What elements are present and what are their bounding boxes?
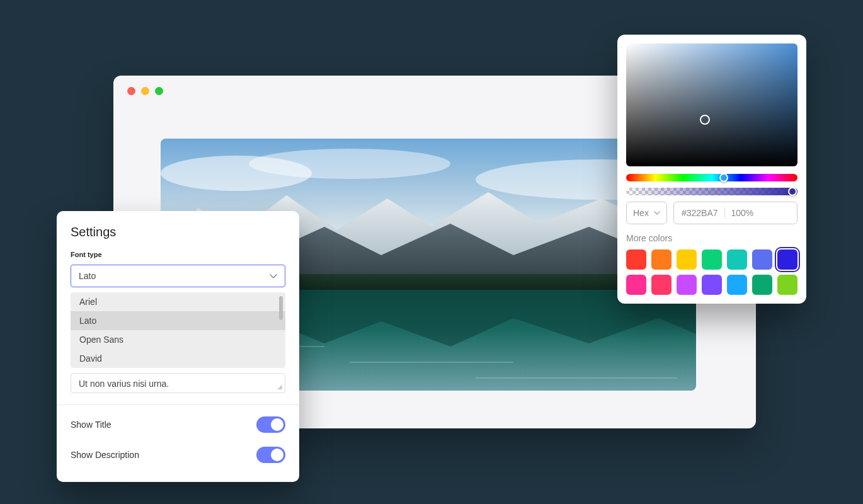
font-dropdown-list: Ariel Lato Open Sans David [71,292,285,368]
format-select-value: Hex [633,208,649,218]
show-description-label: Show Description [71,450,139,460]
window-close-dot[interactable] [127,87,135,95]
textarea-value: Ut non varius nisi urna. [79,379,169,389]
separator [724,207,725,219]
color-swatch[interactable] [677,275,697,295]
settings-title: Settings [71,225,285,239]
window-traffic-lights [127,87,163,95]
hex-value-input[interactable]: #322BA7 100% [673,202,797,224]
resize-handle-icon[interactable]: ◢ [277,384,282,390]
chevron-down-icon [270,271,277,281]
color-swatch[interactable] [752,275,772,295]
color-swatch[interactable] [626,249,646,270]
show-description-row: Show Description [71,447,285,463]
alpha-slider[interactable] [626,188,797,195]
show-title-row: Show Title [71,416,285,433]
color-value-row: Hex #322BA7 100% [626,202,797,224]
alpha-slider-thumb[interactable] [788,187,797,196]
toggle-thumb [271,449,283,461]
font-option[interactable]: Lato [71,311,285,330]
more-colors-label: More colors [626,233,797,243]
color-swatch[interactable] [777,275,797,295]
color-swatch[interactable] [777,249,797,270]
hue-slider[interactable] [626,174,797,181]
color-swatch[interactable] [651,249,672,270]
font-select[interactable]: Lato [71,265,285,287]
color-swatch[interactable] [651,275,672,295]
description-textarea[interactable]: Ut non varius nisi urna. ◢ [71,373,285,393]
window-minimize-dot[interactable] [141,87,149,95]
settings-panel: Settings Font type Lato Ariel Lato Open … [57,211,299,482]
chevron-down-icon [654,211,660,215]
font-select-value: Lato [79,271,96,281]
color-swatch[interactable] [702,249,722,270]
color-picker-panel: Hex #322BA7 100% More colors [617,35,806,304]
font-option[interactable]: Ariel [71,292,285,311]
dropdown-scrollbar[interactable] [279,296,283,320]
opacity-value: 100% [731,208,754,218]
gradient-cursor[interactable] [700,115,710,125]
color-swatch[interactable] [727,249,747,270]
divider [57,404,299,405]
svg-point-2 [249,149,450,179]
color-swatch[interactable] [677,249,697,270]
font-option[interactable]: Open Sans [71,330,285,349]
color-swatch[interactable] [626,275,646,295]
color-swatch[interactable] [727,275,747,295]
show-title-toggle[interactable] [256,416,285,433]
hue-slider-thumb[interactable] [719,173,728,182]
toggle-thumb [271,418,283,431]
color-swatch[interactable] [702,275,722,295]
font-type-label: Font type [71,251,285,258]
show-title-label: Show Title [71,420,111,430]
color-gradient-area[interactable] [626,43,797,166]
color-format-select[interactable]: Hex [626,202,667,224]
font-option[interactable]: David [71,349,285,368]
swatch-grid [626,249,797,295]
hex-value: #322BA7 [682,208,718,218]
color-swatch[interactable] [752,249,772,270]
window-maximize-dot[interactable] [155,87,163,95]
show-description-toggle[interactable] [256,447,285,463]
